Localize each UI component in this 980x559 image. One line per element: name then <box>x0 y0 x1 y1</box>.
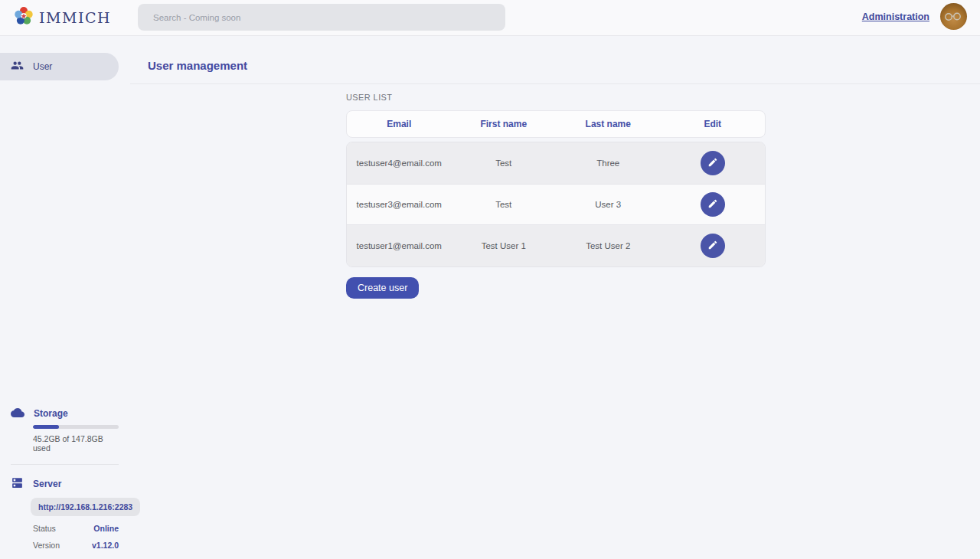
user-table: testuser4@email.com Test Three testuser3… <box>346 142 766 267</box>
edit-user-button[interactable] <box>701 234 725 258</box>
server-status-row: Status Online <box>33 524 119 533</box>
user-edit-cell <box>661 234 766 258</box>
search-input[interactable] <box>138 4 505 31</box>
version-value: v1.12.0 <box>92 541 119 550</box>
section-title: USER LIST <box>346 93 766 102</box>
edit-user-button[interactable] <box>701 192 725 217</box>
server-url-chip: http://192.168.1.216:2283 <box>31 498 140 516</box>
sidebar-item-label: User <box>33 61 52 72</box>
sidebar: User Storage 45.2GB of 147.8GB used Serv… <box>0 36 130 559</box>
user-last-name-cell: User 3 <box>556 200 661 209</box>
main-content: User management USER LIST Email First na… <box>130 36 980 559</box>
column-header-email: Email <box>347 119 452 129</box>
user-email-cell: testuser3@email.com <box>347 200 452 209</box>
sidebar-footer: Storage 45.2GB of 147.8GB used Server ht… <box>0 407 130 559</box>
immich-flower-icon <box>14 6 34 29</box>
footer-divider <box>11 464 119 465</box>
pencil-icon <box>707 240 718 253</box>
user-first-name-cell: Test <box>452 159 557 168</box>
user-last-name-cell: Three <box>556 159 661 168</box>
status-label: Status <box>33 524 56 533</box>
user-email-cell: testuser1@email.com <box>347 241 452 250</box>
user-first-name-cell: Test User 1 <box>452 241 557 250</box>
version-label: Version <box>33 541 60 550</box>
app-logo[interactable]: IMMICH <box>14 6 111 29</box>
brand-name: IMMICH <box>39 9 111 26</box>
administration-link[interactable]: Administration <box>862 11 929 22</box>
table-row: testuser3@email.com Test User 3 <box>347 184 765 225</box>
server-version-row: Version v1.12.0 <box>33 541 119 550</box>
storage-progress-fill <box>33 425 59 429</box>
user-edit-cell <box>661 192 766 217</box>
pencil-icon <box>707 157 718 170</box>
server-icon <box>11 476 24 491</box>
page-title: User management <box>148 59 980 72</box>
status-badge: Online <box>93 524 119 533</box>
title-divider <box>130 83 980 84</box>
user-last-name-cell: Test User 2 <box>556 241 661 250</box>
user-email-cell: testuser4@email.com <box>347 159 452 168</box>
users-icon <box>11 59 24 75</box>
storage-progress-bar <box>33 425 119 429</box>
cloud-icon <box>11 407 24 420</box>
user-first-name-cell: Test <box>452 200 557 209</box>
create-user-button[interactable]: Create user <box>346 277 419 299</box>
table-header-row: Email First name Last name Edit <box>346 110 766 138</box>
column-header-edit: Edit <box>661 119 766 129</box>
column-header-last-name: Last name <box>556 119 661 129</box>
user-edit-cell <box>661 151 766 175</box>
storage-usage-text: 45.2GB of 147.8GB used <box>33 434 119 453</box>
top-bar: IMMICH Administration <box>0 0 980 36</box>
user-avatar[interactable] <box>940 3 967 30</box>
server-title: Server <box>33 479 61 489</box>
storage-title: Storage <box>34 408 68 419</box>
edit-user-button[interactable] <box>701 151 725 175</box>
storage-section-header: Storage <box>11 407 119 420</box>
column-header-first-name: First name <box>452 119 557 129</box>
user-list-section: USER LIST Email First name Last name Edi… <box>346 93 766 299</box>
table-row: testuser1@email.com Test User 1 Test Use… <box>347 225 765 266</box>
pencil-icon <box>707 198 718 211</box>
table-row: testuser4@email.com Test Three <box>347 142 765 184</box>
sidebar-item-user[interactable]: User <box>0 53 119 80</box>
server-section-header: Server <box>11 476 119 491</box>
